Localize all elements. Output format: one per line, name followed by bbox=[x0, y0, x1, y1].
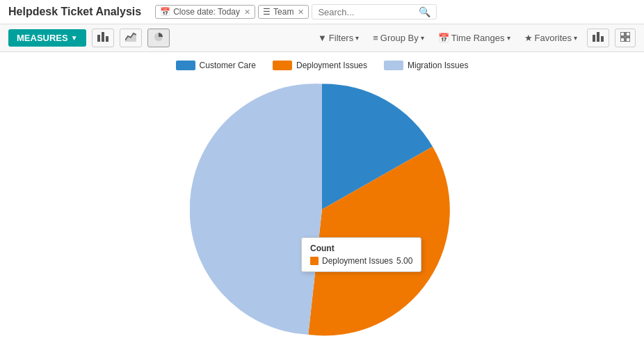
favorites-label: Favorites bbox=[535, 33, 572, 43]
star-icon: ★ bbox=[524, 33, 533, 43]
legend-label-deployment-issues: Deployment Issues bbox=[296, 61, 367, 70]
close-date-remove[interactable]: ✕ bbox=[244, 8, 250, 17]
toolbar-right: ▼ Filters ▾ ≡ Group By ▾ 📅 Time Ranges ▾… bbox=[314, 29, 636, 47]
tooltip-title: Count bbox=[310, 244, 412, 253]
measures-label: MEASURES bbox=[17, 33, 68, 43]
grid-icon bbox=[620, 33, 630, 44]
legend-color-customer-care bbox=[176, 61, 195, 70]
chart-tooltip: Count Deployment Issues 5.00 bbox=[301, 237, 421, 272]
legend-migration-issues: Migration Issues bbox=[384, 61, 468, 70]
area-chart-icon bbox=[125, 33, 136, 44]
pie-chart-type-button[interactable] bbox=[147, 29, 170, 47]
tooltip-value: 5.00 bbox=[396, 256, 412, 266]
search-icon[interactable]: 🔍 bbox=[419, 6, 430, 17]
pie-chart-icon bbox=[153, 33, 164, 44]
bar-chart-icon bbox=[97, 33, 108, 44]
top-bar: Helpdesk Ticket Analysis 📅 Close date: T… bbox=[0, 0, 644, 24]
team-remove[interactable]: ✕ bbox=[298, 8, 304, 17]
filter-tags: 📅 Close date: Today ✕ ☰ Team ✕ 🔍 bbox=[155, 4, 636, 19]
close-date-filter[interactable]: 📅 Close date: Today ✕ bbox=[155, 5, 255, 19]
measures-button[interactable]: MEASURES ▼ bbox=[8, 29, 86, 47]
svg-rect-7 bbox=[601, 36, 604, 42]
tooltip-label: Deployment Issues bbox=[322, 256, 393, 266]
measures-caret: ▼ bbox=[71, 34, 78, 42]
grid-view-button[interactable] bbox=[615, 29, 636, 47]
pie-segment-migration-issues[interactable] bbox=[190, 83, 322, 335]
group-by-label: Group By bbox=[380, 33, 419, 43]
svg-rect-0 bbox=[97, 35, 100, 42]
tooltip-swatch bbox=[310, 257, 319, 265]
legend-color-migration-issues bbox=[384, 61, 403, 70]
time-ranges-label: Time Ranges bbox=[451, 33, 505, 43]
bar-view-button[interactable] bbox=[587, 29, 609, 47]
calendar-icon: 📅 bbox=[160, 7, 170, 17]
list-icon: ☰ bbox=[263, 7, 271, 17]
second-toolbar: MEASURES ▼ ▼ Filters ▾ ≡ Group By ▾ 📅 Ti… bbox=[0, 24, 644, 52]
group-by-caret: ▾ bbox=[421, 34, 424, 42]
bar-view-icon bbox=[593, 33, 604, 44]
favorites-button[interactable]: ★ Favorites ▾ bbox=[520, 30, 581, 46]
svg-rect-9 bbox=[626, 32, 630, 36]
search-input[interactable] bbox=[318, 7, 419, 17]
filters-label: Filters bbox=[329, 33, 353, 43]
filters-caret: ▾ bbox=[355, 34, 359, 42]
svg-rect-10 bbox=[620, 38, 625, 42]
svg-rect-2 bbox=[106, 36, 108, 42]
svg-rect-1 bbox=[102, 32, 104, 42]
legend-deployment-issues: Deployment Issues bbox=[273, 61, 367, 70]
group-by-button[interactable]: ≡ Group By ▾ bbox=[369, 30, 428, 46]
bar-chart-type-button[interactable] bbox=[92, 29, 114, 47]
svg-rect-6 bbox=[597, 32, 599, 42]
svg-rect-11 bbox=[626, 38, 630, 42]
chart-area: Customer Care Deployment Issues Migratio… bbox=[0, 52, 644, 350]
close-date-label: Close date: Today bbox=[173, 7, 240, 17]
calendar2-icon: 📅 bbox=[438, 33, 449, 43]
tooltip-row: Deployment Issues 5.00 bbox=[310, 256, 412, 266]
legend-label-customer-care: Customer Care bbox=[200, 61, 256, 70]
group-by-icon: ≡ bbox=[373, 33, 378, 43]
pie-svg bbox=[190, 77, 454, 342]
favorites-caret: ▾ bbox=[574, 34, 577, 42]
pie-chart[interactable]: Count Deployment Issues 5.00 bbox=[190, 77, 454, 342]
chart-legend: Customer Care Deployment Issues Migratio… bbox=[176, 61, 469, 70]
svg-rect-5 bbox=[593, 35, 595, 42]
team-filter[interactable]: ☰ Team ✕ bbox=[258, 5, 309, 19]
svg-rect-8 bbox=[620, 32, 625, 36]
filter-icon: ▼ bbox=[318, 33, 327, 43]
time-ranges-button[interactable]: 📅 Time Ranges ▾ bbox=[434, 30, 515, 46]
team-label: Team bbox=[273, 7, 293, 17]
filters-button[interactable]: ▼ Filters ▾ bbox=[314, 30, 363, 46]
legend-color-deployment-issues bbox=[273, 61, 292, 70]
search-box[interactable]: 🔍 bbox=[312, 4, 437, 19]
legend-label-migration-issues: Migration Issues bbox=[408, 61, 468, 70]
legend-customer-care: Customer Care bbox=[176, 61, 256, 70]
page-title: Helpdesk Ticket Analysis bbox=[8, 6, 141, 18]
time-ranges-caret: ▾ bbox=[507, 34, 510, 42]
area-chart-type-button[interactable] bbox=[120, 29, 142, 47]
